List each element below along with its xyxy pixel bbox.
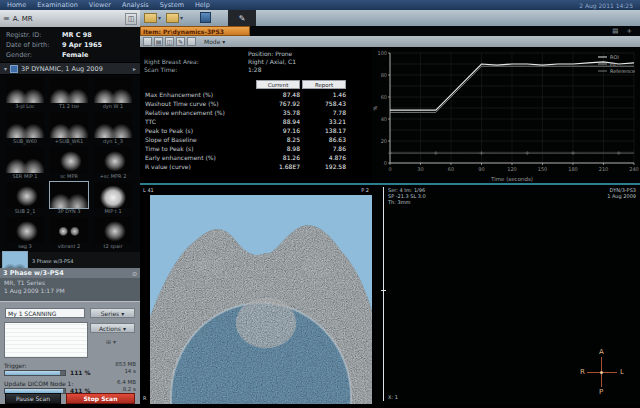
series-thumbnail[interactable]: dyn 1_3 [91, 112, 135, 147]
scan-name-input[interactable]: My 1 SCANNING [5, 308, 85, 318]
thumbnail-image [6, 217, 44, 243]
annotation-line: Th: 3mm [388, 199, 426, 205]
layout-toggle-button[interactable]: ◫ [125, 13, 137, 25]
column-header-current[interactable]: Current [256, 80, 300, 89]
table-row[interactable]: R value (curve)1.68E7192.58 [140, 163, 370, 172]
mri-annotation-tl: L 41 [143, 187, 154, 193]
mri-viewport[interactable]: L 41 P 2 R 0.7 F [140, 185, 372, 404]
actions-dropdown-label: Actions [99, 325, 121, 332]
metric-current-value: 87.48 [252, 91, 300, 98]
layers-tool-icon[interactable]: ◫ [165, 37, 174, 46]
save-folder-icon[interactable] [166, 13, 179, 23]
enhancement-curve-chart[interactable]: 0204060801000306090120150180210240Time (… [372, 47, 640, 183]
grid-tool-icon[interactable]: ▤ [154, 37, 163, 46]
scan-time-value: 1:28 [248, 66, 261, 73]
series-thumbnail[interactable]: SER MIP 1 [3, 147, 47, 182]
metric-label: Slope of Baseline [145, 136, 253, 143]
application-window: HomeExaminationViewerAnalysisSystemHelp2… [0, 0, 640, 408]
table-row[interactable]: Time to Peak (s)8.987.86 [140, 145, 370, 154]
svg-text:0: 0 [388, 166, 391, 172]
annotation-line: X: 1 [388, 394, 398, 400]
active-item-tab[interactable]: Item: Pr\dynamics-3PS3 [140, 26, 250, 36]
patient-dob-value: 9 Apr 1965 [62, 41, 102, 49]
select-tool-icon[interactable] [143, 37, 152, 46]
series-info-header[interactable]: 3 Phase w/3-PS4 ⊙ [0, 268, 140, 278]
grid-toggle-icon[interactable]: ⊞ ▾ [106, 338, 116, 345]
actions-dropdown[interactable]: Actions ▾ [90, 323, 135, 333]
series-dropdown[interactable]: Series ▾ [90, 308, 135, 318]
menu-item-viewer[interactable]: Viewer [89, 1, 111, 9]
thumbnail-image [6, 147, 44, 173]
report-tool-icon[interactable] [187, 37, 196, 46]
metric-report-value: 192.58 [304, 163, 346, 170]
column-header-report[interactable]: Report [302, 80, 346, 89]
series-thumbnail[interactable]: 3-pl Loc [3, 77, 47, 112]
series-info-panel: 3 Phase w/3-PS4 ⊙ MR, T1 Series 1 Aug 20… [0, 268, 140, 301]
metric-current-value: 767.92 [252, 100, 300, 107]
table-row[interactable]: Slope of Baseline8.2586.63 [140, 136, 370, 145]
series-thumbnail[interactable]: +sc MPR 2 [91, 147, 135, 182]
localizer-viewport[interactable]: Ser: 4 Im: 1/96SP -21.3 SL 3.0Th: 3mm DY… [374, 185, 640, 404]
series-thumbnail[interactable]: +SUB_W61 [47, 112, 91, 147]
metric-report-value: 86.63 [304, 136, 346, 143]
localizer-annotation-bl: X: 1 [388, 394, 398, 400]
menu-item-home[interactable]: Home [7, 1, 26, 9]
stop-scan-button[interactable]: Stop Scan [66, 393, 135, 404]
series-selector[interactable]: ▾ 3P DYNAMIC, 1 Aug 2009 ▸ [0, 62, 140, 75]
table-row[interactable]: Early enhancement (%)81.264.876 [140, 154, 370, 163]
chevron-down-icon: ▾ [4, 65, 7, 72]
chevron-down-icon[interactable]: ▾ [158, 14, 161, 21]
metric-report-value: 1.46 [304, 91, 346, 98]
chevron-down-icon[interactable]: ▾ [180, 14, 183, 21]
table-row[interactable]: Peak to Peak (s)97.16138.17 [140, 127, 370, 136]
pencil-icon: ✎ [239, 14, 246, 23]
open-folder-icon[interactable] [144, 13, 157, 23]
series-thumbnail[interactable]: sc MPR [47, 147, 91, 182]
series-thumbnail[interactable]: T1 2 tse [47, 77, 91, 112]
scan-queue-listbox[interactable] [4, 322, 88, 358]
series-thumbnail[interactable]: sag 3 [3, 217, 47, 252]
thumbnail-caption: t2 spair [91, 243, 135, 250]
panel-icons[interactable]: ▤ + [612, 27, 635, 35]
series-thumbnail[interactable]: SUB_W60 [3, 112, 47, 147]
mode-dropdown[interactable]: Mode ▾ [204, 38, 225, 45]
thumbnail-caption: sag 3 [3, 243, 47, 250]
orientation-right: R [580, 368, 585, 376]
table-row[interactable]: Max Enhancement (%)87.481.46 [140, 91, 370, 100]
orientation-anterior: A [599, 348, 604, 356]
menu-item-examination[interactable]: Examination [37, 1, 78, 9]
metric-report-value: 758.43 [304, 100, 346, 107]
slice-reference-line[interactable] [383, 187, 384, 401]
localizer-annotation-tr: DYN/3-PS31 Aug 2009 [607, 187, 636, 199]
series-thumbnail[interactable]: 3P DYN 3 [47, 182, 91, 217]
thumbnail-image [50, 217, 88, 243]
table-row[interactable]: Washout Time curve (%)767.92758.43 [140, 100, 370, 109]
dicom-stats: 6.4 MB8.2 s [102, 379, 136, 392]
viewer-layout-icon[interactable] [200, 12, 211, 23]
series-thumbnail[interactable]: SUB 2_1 [3, 182, 47, 217]
series-thumbnail[interactable]: t2 spair [91, 217, 135, 252]
table-row[interactable]: TTC88.9433.21 [140, 118, 370, 127]
chevron-right-icon: ▸ [133, 65, 136, 72]
svg-text:40: 40 [381, 116, 387, 122]
series-thumbnail[interactable]: dyn W 1 [91, 77, 135, 112]
menu-item-analysis[interactable]: Analysis [122, 1, 149, 9]
main-toolbar: ▾ ▾ ✎ [140, 10, 640, 26]
menu-item-system[interactable]: System [160, 1, 184, 9]
annotate-tool-group[interactable]: ✎ [228, 10, 256, 26]
pause-scan-button[interactable]: Pause Scan [5, 393, 61, 404]
svg-text:Reference: Reference [610, 68, 635, 74]
svg-text:60: 60 [448, 166, 454, 172]
table-row[interactable]: Relative enhancement (%)35.787.78 [140, 109, 370, 118]
draw-tool-icon[interactable]: ✎ [176, 37, 185, 46]
patient-info-row: Registr. ID: MR C 98 [6, 30, 140, 40]
chevron-down-icon: ▾ [121, 310, 124, 317]
menu-item-help[interactable]: Help [195, 1, 210, 9]
series-thumbnail[interactable]: MIP t 1 [91, 182, 135, 217]
thumbnail-caption: MIP t 1 [91, 208, 135, 215]
mri-annotation-bl: R [143, 395, 146, 401]
thumbnail-caption: SER MIP 1 [3, 173, 47, 180]
thumbnail-image [50, 77, 88, 103]
series-thumbnail[interactable]: vibrant 2 [47, 217, 91, 252]
thumbnail-caption: dyn W 1 [91, 103, 135, 110]
